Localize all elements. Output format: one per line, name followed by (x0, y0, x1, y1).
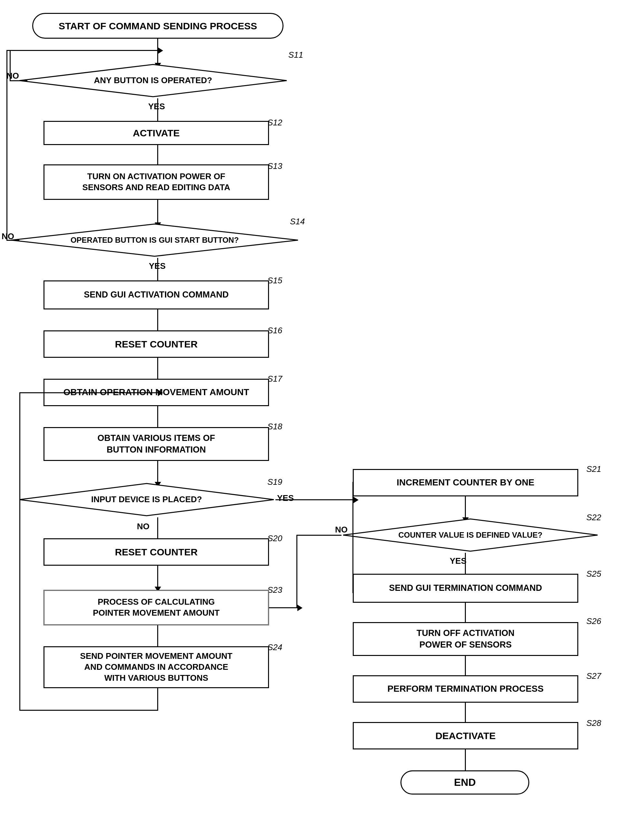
label-s12: S12 (267, 118, 282, 128)
label-s11: S11 (288, 50, 303, 60)
arrow-no-s11-h (9, 80, 27, 81)
s28-node: DEACTIVATE (353, 722, 578, 749)
s14-diamond: OPERATED BUTTON IS GUI START BUTTON? (9, 222, 300, 258)
arrow-no-s22-h (296, 535, 342, 536)
start-node: START OF COMMAND SENDING PROCESS (32, 13, 283, 39)
s13-node: TURN ON ACTIVATION POWER OF SENSORS AND … (43, 165, 269, 200)
s20-node: RESET COUNTER (43, 538, 269, 566)
s23-node: PROCESS OF CALCULATING POINTER MOVEMENT … (43, 590, 269, 625)
arrow-loop-h (19, 710, 158, 711)
flowchart: START OF COMMAND SENDING PROCESS S11 ANY… (0, 0, 644, 830)
arrow-s11-s12 (157, 98, 158, 121)
arrow-s19-yes-v (353, 482, 353, 593)
s27-node: PERFORM TERMINATION PROCESS (353, 675, 578, 703)
arrow-s19-s20 (157, 517, 158, 538)
arrow-no-s14-h2 (6, 50, 158, 51)
label-s23: S23 (267, 585, 282, 595)
label-s16: S16 (267, 326, 282, 336)
label-s26: S26 (586, 616, 601, 626)
arrow-s26-s27 (465, 656, 466, 675)
arrow-s23-s24 (157, 625, 158, 646)
s22-diamond: COUNTER VALUE IS DEFINED VALUE? (342, 517, 599, 553)
s26-node: TURN OFF ACTIVATION POWER OF SENSORS (353, 622, 578, 656)
yes-s19: YES (277, 493, 294, 503)
arrow-s18-s19 (157, 461, 158, 482)
arrow-s27-s28 (465, 703, 466, 722)
yes-s22: YES (450, 556, 467, 566)
label-s24: S24 (267, 642, 282, 653)
label-s15: S15 (267, 276, 282, 285)
label-s25: S25 (586, 569, 601, 579)
arrow-loop-v (19, 392, 20, 711)
s16-node: RESET COUNTER (43, 330, 269, 358)
arrow-no-s11-v (9, 50, 11, 81)
arrow-s14-s15 (157, 258, 158, 280)
arrow-s22-s25 (465, 553, 466, 574)
s12-node: ACTIVATE (43, 121, 269, 145)
s11-diamond: ANY BUTTON IS OPERATED? (18, 63, 288, 98)
s24-node: SEND POINTER MOVEMENT AMOUNT AND COMMAND… (43, 646, 269, 688)
label-s27: S27 (586, 671, 601, 681)
arrow-loop-h2 (19, 392, 158, 393)
arrow-s13-s14 (157, 200, 158, 222)
arrow-s21-s22 (465, 496, 466, 517)
arrow-s25-s26 (465, 603, 466, 622)
arrow-no-s22-v (296, 535, 297, 607)
arrow-s20-down (157, 566, 158, 587)
s25-node: SEND GUI TERMINATION COMMAND (353, 574, 578, 603)
no-s19: NO (137, 521, 149, 532)
label-s28: S28 (586, 718, 601, 728)
s19-diamond: INPUT DEVICE IS PLACED? (18, 482, 275, 517)
arrow-s17-s18 (157, 406, 158, 427)
arrow-s15-s16 (157, 309, 158, 330)
no-s11: NO (6, 71, 19, 81)
arrow-no-s22-h2 (269, 607, 297, 608)
arrow-s16-s17 (157, 358, 158, 379)
end-node: END (400, 770, 529, 795)
s15-node: SEND GUI ACTIVATION COMMAND (43, 280, 269, 309)
yes-s11: YES (148, 101, 165, 111)
arrow-s19-yes-connect (275, 499, 353, 500)
label-s20: S20 (267, 534, 282, 543)
label-s21: S21 (586, 464, 601, 474)
arrow-s24-down (157, 688, 158, 711)
no-s22: NO (335, 525, 348, 535)
arrow-no-s14-v (6, 50, 8, 241)
s18-node: OBTAIN VARIOUS ITEMS OF BUTTON INFORMATI… (43, 427, 269, 461)
label-s17: S17 (267, 374, 282, 384)
label-s13: S13 (267, 161, 282, 171)
arrow-s28-end (465, 749, 466, 770)
arrow-no-s14-h (6, 240, 19, 241)
arrow-s12-s13 (157, 145, 158, 165)
label-s18: S18 (267, 421, 282, 432)
s21-node: INCREMENT COUNTER BY ONE (353, 469, 578, 496)
